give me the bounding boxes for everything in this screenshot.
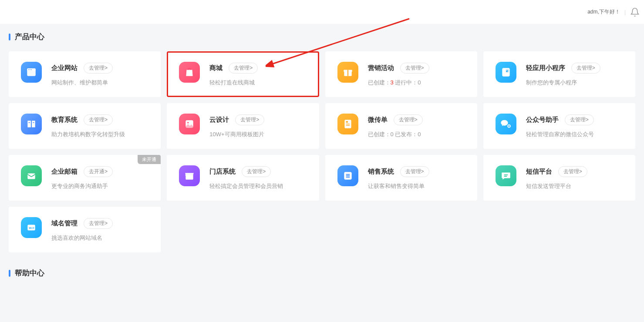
card-desc: 制作您的专属小程序	[526, 79, 625, 87]
top-header: adm,下午好！ |	[0, 0, 644, 24]
manage-button[interactable]: 去管理>	[84, 218, 113, 229]
greeting-text: adm,下午好！	[587, 8, 620, 16]
manage-button[interactable]: 去管理>	[84, 63, 113, 74]
product-card-mail[interactable]: 未开通 企业邮箱 去开通> 更专业的商务沟通助手	[9, 155, 161, 201]
card-desc: 挑选喜欢的网站域名	[51, 234, 150, 242]
card-desc: 网站制作、维护都简单	[51, 79, 150, 87]
section-title: 帮助中心	[15, 268, 44, 278]
unopened-badge: 未开通	[138, 155, 161, 164]
svg-rect-9	[502, 68, 509, 77]
manage-button[interactable]: 去管理>	[242, 166, 271, 177]
gift-icon	[337, 62, 358, 83]
section-title: 产品中心	[15, 32, 44, 42]
card-desc: 轻松管理自家的微信公众号	[526, 131, 625, 138]
open-button[interactable]: 去开通>	[84, 166, 113, 177]
card-title: 商城	[209, 64, 223, 72]
product-card-store[interactable]: 门店系统 去管理> 轻松搞定会员管理和会员营销	[167, 155, 319, 201]
products-grid: 企业网站 去管理> 网站制作、维护都简单 商城 去管理> 轻松打造在线商城	[9, 51, 635, 252]
product-card-marketing[interactable]: 营销活动 去管理> 已创建：3 进行中：0	[325, 51, 477, 97]
product-card-design[interactable]: 云设计 去管理> 10W+可商用模板图片	[167, 103, 319, 149]
notification-bell-icon[interactable]	[630, 7, 640, 17]
card-title: 公众号助手	[526, 116, 559, 124]
manage-button[interactable]: 去管理>	[394, 114, 423, 125]
card-title: 销售系统	[368, 168, 394, 176]
card-title: 短信平台	[526, 168, 552, 176]
manage-button[interactable]: 去管理>	[84, 114, 113, 125]
card-title: 企业网站	[51, 64, 78, 72]
manage-button[interactable]: 去管理>	[235, 114, 264, 125]
card-title: 域名管理	[51, 219, 78, 228]
card-title: 门店系统	[209, 168, 236, 176]
manage-button[interactable]: 去管理>	[565, 114, 594, 125]
card-desc: 轻松搞定会员管理和会员营销	[209, 182, 308, 190]
shopping-bag-icon	[179, 62, 200, 83]
product-card-website[interactable]: 企业网站 去管理> 网站制作、维护都简单	[9, 51, 161, 97]
card-desc: 让获客和销售变得简单	[368, 182, 467, 190]
domain-icon: w.=	[21, 217, 42, 238]
manage-button[interactable]: 去管理>	[400, 166, 429, 177]
svg-point-3	[28, 69, 29, 70]
help-section: 帮助中心	[0, 252, 644, 278]
card-desc: 已创建：0 已发布：0	[368, 131, 467, 138]
product-card-flyer[interactable]: 微传单 去管理> 已创建：0 已发布：0	[325, 103, 477, 149]
card-title: 云设计	[209, 116, 229, 124]
message-icon	[496, 165, 516, 186]
manage-button[interactable]: 去管理>	[229, 63, 258, 74]
product-card-wechat[interactable]: 公众号助手 去管理> 轻松管理自家的微信公众号	[483, 103, 635, 149]
page-icon	[337, 114, 358, 134]
manage-button[interactable]: 去管理>	[571, 63, 600, 74]
card-title: 轻应用小程序	[526, 64, 565, 72]
svg-rect-8	[347, 70, 348, 76]
svg-rect-16	[346, 121, 347, 123]
product-card-education[interactable]: 教育系统 去管理> 助力教培机构数字化转型升级	[9, 103, 161, 149]
mail-icon	[21, 165, 42, 186]
card-desc: 10W+可商用模板图片	[209, 131, 308, 138]
manage-button[interactable]: 去管理>	[400, 63, 429, 74]
svg-rect-20	[27, 174, 35, 179]
product-card-sales[interactable]: 销售系统 去管理> 让获客和销售变得简单	[325, 155, 477, 201]
svg-point-5	[31, 69, 32, 70]
products-section: 产品中心 企业网站 去管理> 网站制作、维护都简单 商城	[0, 24, 644, 252]
section-header-help: 帮助中心	[9, 268, 635, 278]
svg-point-4	[30, 69, 30, 70]
card-title: 教育系统	[51, 116, 78, 124]
image-icon	[179, 114, 200, 134]
card-desc: 助力教培机构数字化转型升级	[51, 131, 150, 138]
card-desc: 已创建：3 进行中：0	[368, 79, 467, 87]
miniprogram-icon	[496, 62, 516, 83]
manage-button[interactable]: 去管理>	[558, 166, 587, 177]
list-icon	[337, 165, 358, 186]
card-desc: 轻松打造在线商城	[209, 79, 308, 87]
book-icon	[21, 114, 42, 134]
product-card-sms[interactable]: 短信平台 去管理> 短信发送管理平台	[483, 155, 635, 201]
product-card-domain[interactable]: w.= 域名管理 去管理> 挑选喜欢的网站域名	[9, 207, 161, 252]
card-title: 营销活动	[368, 64, 394, 72]
wechat-icon	[496, 114, 516, 134]
section-header-products: 产品中心	[9, 32, 635, 42]
product-card-miniprogram[interactable]: 轻应用小程序 去管理> 制作您的专属小程序	[483, 51, 635, 97]
product-card-mall[interactable]: 商城 去管理> 轻松打造在线商城	[167, 51, 319, 97]
card-title: 微传单	[368, 116, 388, 124]
card-desc: 更专业的商务沟通助手	[51, 182, 150, 190]
browser-icon	[21, 62, 42, 83]
svg-point-14	[187, 122, 189, 123]
card-title: 企业邮箱	[51, 168, 78, 176]
card-desc: 短信发送管理平台	[526, 182, 625, 190]
svg-text:w.=: w.=	[29, 226, 35, 230]
store-icon	[179, 165, 200, 186]
